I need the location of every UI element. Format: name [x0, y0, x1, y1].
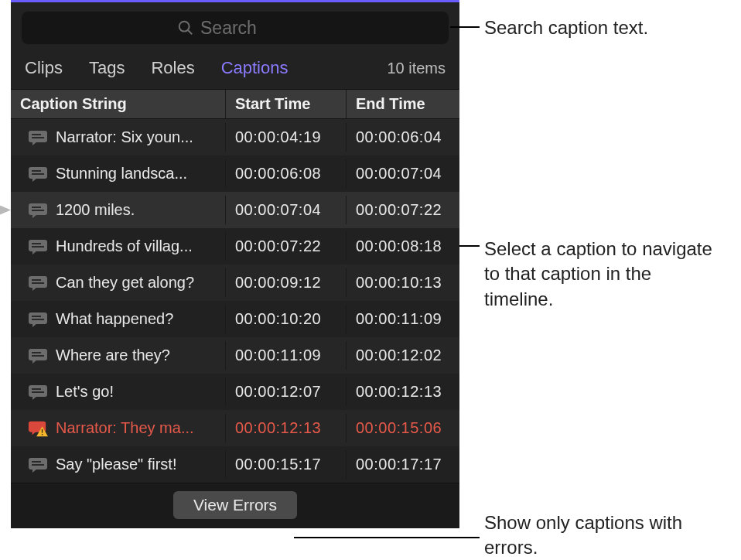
end-time: 00:00:08:18 — [356, 237, 442, 254]
search-bar[interactable] — [22, 12, 449, 44]
caption-text: Let's go! — [56, 383, 114, 401]
table-row[interactable]: What happened? 00:00:10:20 00:00:11:09 — [11, 301, 459, 337]
svg-marker-35 — [32, 431, 37, 435]
svg-rect-16 — [32, 243, 41, 244]
svg-marker-15 — [32, 251, 37, 254]
start-time: 00:00:09:12 — [235, 274, 321, 291]
svg-rect-4 — [32, 134, 41, 135]
svg-marker-31 — [32, 396, 37, 400]
caption-text: Narrator: Six youn... — [56, 128, 193, 146]
tabs-row: Clips Tags Roles Captions 10 items — [11, 53, 459, 89]
col-header-caption[interactable]: Caption String — [11, 90, 226, 118]
tab-captions[interactable]: Captions — [221, 58, 289, 78]
start-time: 00:00:06:08 — [235, 165, 321, 182]
table-row[interactable]: Narrator: Six youn... 00:00:04:19 00:00:… — [11, 119, 459, 155]
table-row[interactable]: Say "please" first! 00:00:15:17 00:00:17… — [11, 446, 459, 483]
callout-search: Search caption text. — [484, 15, 648, 40]
svg-rect-25 — [32, 319, 44, 320]
search-input[interactable] — [200, 18, 293, 39]
caption-text: Where are they? — [56, 347, 170, 364]
svg-marker-19 — [32, 287, 37, 291]
svg-marker-40 — [32, 469, 37, 473]
svg-point-0 — [179, 22, 190, 32]
svg-rect-18 — [29, 276, 47, 288]
svg-rect-5 — [32, 137, 44, 138]
end-time: 00:00:06:04 — [356, 128, 442, 145]
svg-rect-38 — [42, 433, 43, 434]
search-icon — [177, 19, 194, 36]
table-row[interactable]: Can they get along? 00:00:09:12 00:00:10… — [11, 265, 459, 301]
svg-rect-17 — [32, 246, 44, 248]
svg-rect-22 — [29, 312, 47, 324]
view-errors-button[interactable]: View Errors — [173, 491, 297, 519]
caption-text: Say "please" first! — [56, 456, 176, 473]
end-time: 00:00:15:06 — [356, 419, 442, 436]
start-time: 00:00:12:13 — [235, 419, 321, 436]
end-time: 00:00:11:09 — [356, 310, 442, 327]
caption-icon — [28, 203, 48, 218]
tab-clips[interactable]: Clips — [25, 58, 63, 78]
svg-rect-37 — [42, 429, 43, 432]
callout-errors: Show only captions with errors. — [484, 510, 724, 560]
callout-line — [450, 26, 480, 28]
svg-marker-27 — [32, 360, 37, 364]
callout-select: Select a caption to navigate to that cap… — [484, 237, 724, 312]
table-row[interactable]: Narrator: They ma... 00:00:12:13 00:00:1… — [11, 410, 459, 446]
callout-line — [459, 245, 480, 247]
svg-rect-26 — [29, 349, 47, 360]
col-header-end[interactable]: End Time — [347, 90, 459, 118]
svg-rect-24 — [32, 316, 41, 317]
caption-text: What happened? — [56, 310, 173, 328]
start-time: 00:00:11:09 — [235, 347, 321, 364]
panel-footer: View Errors — [11, 483, 459, 528]
table-row[interactable]: Let's go! 00:00:12:07 00:00:12:13 — [11, 374, 459, 410]
table-row[interactable]: Where are they? 00:00:11:09 00:00:12:02 — [11, 337, 459, 374]
svg-rect-14 — [29, 240, 47, 251]
caption-icon — [28, 457, 48, 473]
svg-rect-21 — [32, 282, 44, 284]
caption-icon — [28, 239, 48, 254]
caption-icon — [28, 166, 48, 182]
tab-tags[interactable]: Tags — [89, 58, 125, 78]
col-header-start[interactable]: Start Time — [226, 90, 347, 118]
start-time: 00:00:15:17 — [235, 456, 321, 473]
table-row[interactable]: Stunning landsca... 00:00:06:08 00:00:07… — [11, 155, 459, 192]
table-row[interactable]: 1200 miles. 00:00:07:04 00:00:07:22 — [11, 192, 459, 228]
start-time: 00:00:04:19 — [235, 128, 321, 145]
svg-rect-20 — [32, 279, 41, 281]
end-time: 00:00:17:17 — [356, 456, 442, 473]
table-row[interactable]: Hundreds of villag... 00:00:07:22 00:00:… — [11, 228, 459, 265]
svg-marker-7 — [32, 178, 37, 182]
svg-rect-6 — [29, 167, 47, 179]
captions-panel: Clips Tags Roles Captions 10 items Capti… — [11, 0, 459, 528]
svg-rect-13 — [32, 210, 44, 211]
svg-rect-28 — [32, 352, 41, 353]
svg-rect-42 — [32, 464, 44, 466]
caption-text: Can they get along? — [56, 274, 194, 292]
end-time: 00:00:12:02 — [356, 347, 442, 364]
svg-marker-3 — [32, 142, 37, 145]
start-time: 00:00:10:20 — [235, 310, 321, 327]
end-time: 00:00:12:13 — [356, 383, 442, 400]
svg-rect-39 — [29, 458, 47, 470]
caption-icon — [28, 312, 48, 327]
svg-rect-32 — [32, 388, 41, 390]
svg-rect-9 — [32, 173, 44, 175]
start-time: 00:00:07:04 — [235, 201, 321, 218]
svg-marker-11 — [32, 214, 37, 218]
callout-line — [294, 537, 480, 538]
caption-text: 1200 miles. — [56, 201, 135, 219]
svg-rect-30 — [29, 385, 47, 397]
caption-rows: Narrator: Six youn... 00:00:04:19 00:00:… — [11, 119, 459, 483]
caption-text: Stunning landsca... — [56, 165, 187, 183]
end-time: 00:00:07:04 — [356, 165, 442, 182]
caption-icon — [28, 130, 48, 145]
caption-text: Narrator: They ma... — [56, 419, 194, 437]
items-count: 10 items — [387, 60, 446, 77]
start-time: 00:00:12:07 — [235, 383, 321, 400]
tab-roles[interactable]: Roles — [151, 58, 194, 78]
start-time: 00:00:07:22 — [235, 237, 321, 254]
svg-rect-41 — [32, 461, 41, 463]
svg-rect-12 — [32, 207, 41, 208]
caption-icon — [28, 275, 48, 291]
